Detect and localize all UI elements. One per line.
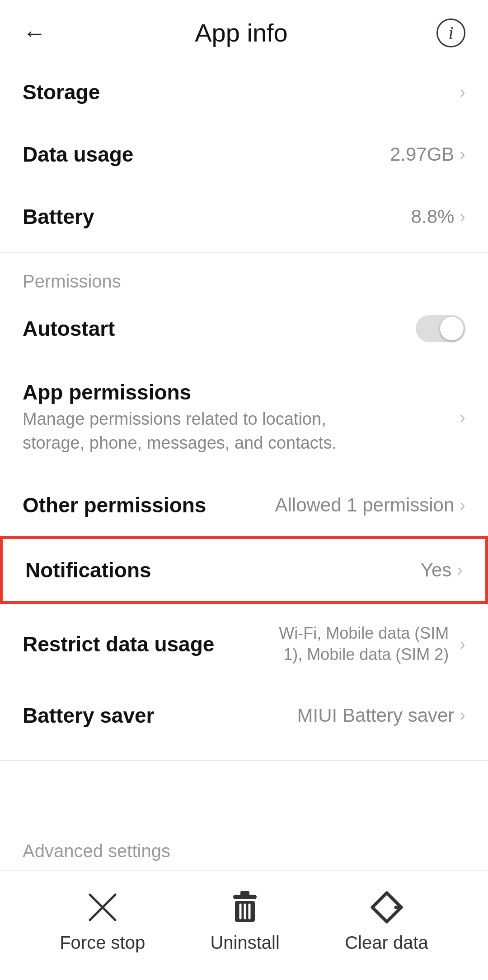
autostart-label: Autostart: [23, 316, 416, 341]
autostart-toggle[interactable]: [416, 315, 465, 342]
divider-2: [0, 760, 488, 761]
advanced-settings-label: Advanced settings: [0, 827, 488, 870]
data-usage-label: Data usage: [23, 142, 390, 167]
battery-arrow: ›: [460, 207, 465, 227]
battery-row[interactable]: Battery 8.8% ›: [0, 186, 488, 248]
battery-saver-label: Battery saver: [23, 703, 297, 728]
data-usage-arrow: ›: [460, 145, 465, 164]
battery-saver-arrow: ›: [460, 706, 465, 725]
notifications-label: Notifications: [25, 558, 421, 582]
app-permissions-sublabel: Manage permissions related to location, …: [23, 407, 375, 455]
other-permissions-label: Other permissions: [23, 493, 275, 517]
battery-saver-row[interactable]: Battery saver MIUI Battery saver ›: [0, 684, 488, 747]
data-usage-row[interactable]: Data usage 2.97GB ›: [0, 123, 488, 186]
page-title: App info: [195, 18, 288, 47]
restrict-data-usage-label: Restrict data usage: [23, 632, 276, 656]
notifications-row[interactable]: Notifications Yes ›: [0, 536, 488, 604]
divider-1: [0, 252, 488, 253]
uninstall-button[interactable]: Uninstall: [210, 889, 279, 953]
other-permissions-arrow: ›: [460, 496, 465, 515]
clear-data-icon: [369, 889, 405, 925]
restrict-data-usage-row[interactable]: Restrict data usage Wi-Fi, Mobile data (…: [0, 604, 488, 684]
force-stop-button[interactable]: Force stop: [60, 889, 145, 953]
other-permissions-value: Allowed 1 permission: [275, 494, 454, 516]
back-button[interactable]: ←: [23, 21, 46, 45]
action-buttons-bar: Force stop Uninstall: [0, 870, 488, 980]
app-permissions-arrow: ›: [460, 408, 465, 427]
uninstall-icon: [227, 889, 263, 925]
app-permissions-row[interactable]: App permissions Manage permissions relat…: [0, 361, 488, 474]
svg-rect-3: [240, 891, 249, 896]
battery-label: Battery: [23, 204, 411, 229]
storage-row[interactable]: Storage ›: [0, 61, 488, 123]
battery-value: 8.8%: [411, 206, 455, 228]
restrict-data-usage-value: Wi-Fi, Mobile data (SIM 1), Mobile data …: [276, 623, 449, 665]
info-button[interactable]: i: [436, 19, 465, 47]
permissions-section-label: Permissions: [0, 258, 488, 296]
bottom-actions: Advanced settings Force stop: [0, 827, 488, 980]
storage-label: Storage: [23, 80, 100, 104]
other-permissions-row[interactable]: Other permissions Allowed 1 permission ›: [0, 474, 488, 536]
notifications-arrow: ›: [457, 561, 463, 580]
force-stop-icon: [84, 889, 121, 925]
force-stop-label: Force stop: [60, 933, 145, 953]
header: ← App info i: [0, 0, 488, 61]
notifications-value: Yes: [421, 559, 452, 581]
toggle-thumb: [440, 317, 464, 340]
battery-saver-value: MIUI Battery saver: [297, 705, 455, 726]
storage-arrow: ›: [460, 83, 465, 102]
autostart-row[interactable]: Autostart: [0, 296, 488, 361]
app-permissions-label: App permissions: [23, 380, 460, 404]
restrict-data-usage-arrow: ›: [460, 635, 465, 654]
clear-data-label: Clear data: [345, 933, 428, 953]
clear-data-button[interactable]: Clear data: [345, 889, 428, 953]
data-usage-value: 2.97GB: [390, 144, 454, 165]
uninstall-label: Uninstall: [210, 933, 279, 953]
